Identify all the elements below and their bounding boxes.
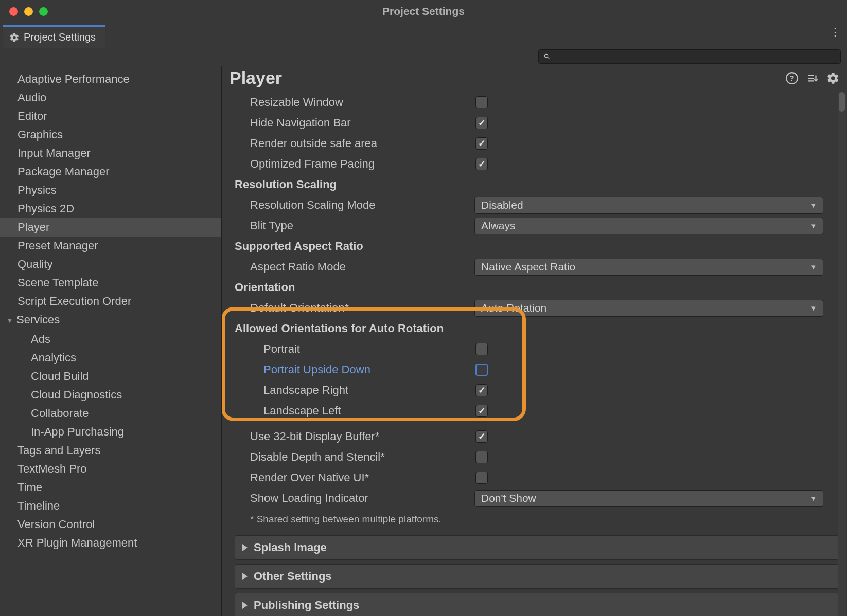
checkbox-frame-pacing[interactable] [475, 158, 488, 170]
sidebar-item-label: Ads [31, 333, 50, 346]
triangle-right-icon [242, 544, 248, 551]
sidebar-item-script-execution-order[interactable]: Script Execution Order [0, 292, 221, 311]
field-render-outside-safe: Render outside safe area [235, 137, 377, 150]
sidebar-item-label: Analytics [31, 351, 76, 364]
shared-setting-footnote: * Shared setting between multiple platfo… [235, 509, 839, 531]
checkbox-landscape-right[interactable] [475, 384, 488, 396]
settings-scroll-area[interactable]: Resizable Window Hide Navigation Bar Ren… [222, 92, 847, 616]
field-aspect-mode: Aspect Ratio Mode [235, 260, 346, 274]
checkbox-disable-depth[interactable] [475, 451, 488, 463]
sidebar-item-time[interactable]: Time [0, 478, 221, 497]
checkbox-32bit-buffer[interactable] [475, 430, 488, 443]
main-panel: Player ? Resizable Window Hide Navigatio… [222, 66, 847, 616]
dropdown-default-orientation[interactable]: Auto Rotation▼ [474, 300, 823, 317]
triangle-right-icon [242, 602, 248, 609]
dropdown-aspect-mode[interactable]: Native Aspect Ratio▼ [474, 259, 823, 276]
checkbox-portrait[interactable] [475, 343, 488, 355]
heading-orientation: Orientation [235, 281, 295, 294]
sidebar-item-collaborate[interactable]: Collaborate [0, 404, 221, 423]
sidebar-item-graphics[interactable]: Graphics [0, 125, 221, 144]
triangle-right-icon [242, 573, 248, 580]
checkbox-portrait-upside-down[interactable] [475, 364, 488, 376]
tab-label: Project Settings [24, 31, 96, 43]
checkbox-render-native-ui[interactable] [475, 472, 488, 484]
search-input[interactable] [538, 49, 841, 64]
traffic-lights [0, 7, 48, 16]
scrollbar-thumb[interactable] [839, 92, 845, 112]
sidebar: Adaptive PerformanceAudioEditorGraphicsI… [0, 66, 222, 616]
sidebar-item-services[interactable]: ▼Services [0, 311, 221, 330]
field-disable-depth: Disable Depth and Stencil* [235, 450, 385, 464]
sidebar-item-in-app-purchasing[interactable]: In-App Purchasing [0, 423, 221, 441]
sidebar-item-label: Version Control [17, 518, 95, 531]
sidebar-item-label: Scene Template [17, 276, 98, 289]
search-icon [543, 53, 551, 60]
window-menu-button[interactable]: ⋮ [830, 26, 841, 39]
sidebar-item-version-control[interactable]: Version Control [0, 515, 221, 534]
sidebar-item-editor[interactable]: Editor [0, 107, 221, 125]
sidebar-item-textmesh-pro[interactable]: TextMesh Pro [0, 460, 221, 478]
checkbox-resizable-window[interactable] [475, 96, 488, 108]
gear-icon[interactable] [826, 71, 840, 85]
sidebar-item-package-manager[interactable]: Package Manager [0, 162, 221, 181]
sidebar-item-label: Package Manager [17, 165, 110, 178]
field-32bit-buffer: Use 32-bit Display Buffer* [235, 430, 380, 443]
field-default-orientation: Default Orientation* [235, 301, 349, 315]
sidebar-item-label: Collaborate [31, 407, 89, 420]
sidebar-item-analytics[interactable]: Analytics [0, 349, 221, 367]
dropdown-res-scaling-mode[interactable]: Disabled▼ [474, 197, 823, 214]
vertical-scrollbar[interactable] [838, 92, 846, 616]
field-landscape-left: Landscape Left [235, 404, 341, 418]
sidebar-item-ads[interactable]: Ads [0, 330, 221, 349]
sidebar-item-timeline[interactable]: Timeline [0, 497, 221, 515]
field-portrait: Portrait [235, 342, 300, 356]
titlebar: Project Settings [0, 0, 847, 23]
gear-icon [9, 32, 20, 43]
field-blit-type: Blit Type [235, 219, 293, 232]
triangle-down-icon: ▼ [6, 313, 13, 328]
section-other-settings[interactable]: Other Settings [235, 564, 839, 589]
sidebar-item-scene-template[interactable]: Scene Template [0, 274, 221, 292]
sidebar-item-label: Input Manager [17, 147, 91, 159]
sidebar-item-label: Adaptive Performance [17, 73, 130, 85]
field-res-scaling-mode: Resolution Scaling Mode [235, 198, 375, 212]
help-icon[interactable]: ? [785, 71, 799, 85]
sidebar-item-label: Timeline [17, 499, 60, 512]
sidebar-item-input-manager[interactable]: Input Manager [0, 144, 221, 162]
chevron-down-icon: ▼ [810, 202, 817, 209]
dropdown-loading-indicator[interactable]: Don't Show▼ [474, 490, 823, 507]
presets-icon[interactable] [806, 71, 819, 85]
main-header: Player ? [222, 66, 847, 92]
minimize-window-button[interactable] [24, 7, 33, 16]
dropdown-blit-type[interactable]: Always▼ [474, 218, 823, 234]
field-render-native-ui: Render Over Native UI* [235, 471, 369, 484]
sidebar-item-xr-plugin-management[interactable]: XR Plugin Management [0, 534, 221, 552]
svg-text:?: ? [789, 74, 794, 82]
chevron-down-icon: ▼ [810, 222, 817, 230]
close-window-button[interactable] [9, 7, 18, 16]
section-splash-image[interactable]: Splash Image [235, 535, 839, 560]
sidebar-item-audio[interactable]: Audio [0, 88, 221, 107]
heading-aspect-ratio: Supported Aspect Ratio [235, 240, 363, 253]
section-publishing-settings[interactable]: Publishing Settings [235, 593, 839, 616]
sidebar-item-cloud-diagnostics[interactable]: Cloud Diagnostics [0, 386, 221, 404]
sidebar-item-cloud-build[interactable]: Cloud Build [0, 367, 221, 386]
checkbox-hide-nav-bar[interactable] [475, 117, 488, 129]
sidebar-item-label: TextMesh Pro [17, 462, 87, 475]
sidebar-item-label: Graphics [17, 128, 63, 141]
page-title: Player [230, 68, 778, 88]
sidebar-item-tags-and-layers[interactable]: Tags and Layers [0, 441, 221, 460]
sidebar-item-player[interactable]: Player [0, 218, 221, 237]
sidebar-item-label: Physics 2D [17, 202, 74, 215]
checkbox-landscape-left[interactable] [475, 405, 488, 417]
sidebar-item-adaptive-performance[interactable]: Adaptive Performance [0, 70, 221, 88]
tab-project-settings[interactable]: Project Settings [3, 25, 105, 48]
sidebar-item-preset-manager[interactable]: Preset Manager [0, 237, 221, 255]
sidebar-item-physics[interactable]: Physics [0, 181, 221, 200]
checkbox-render-outside-safe[interactable] [475, 137, 488, 150]
sidebar-item-quality[interactable]: Quality [0, 255, 221, 274]
sidebar-item-physics-2d[interactable]: Physics 2D [0, 200, 221, 218]
maximize-window-button[interactable] [39, 7, 48, 16]
search-bar [538, 49, 841, 64]
sidebar-item-label: Time [17, 481, 42, 494]
